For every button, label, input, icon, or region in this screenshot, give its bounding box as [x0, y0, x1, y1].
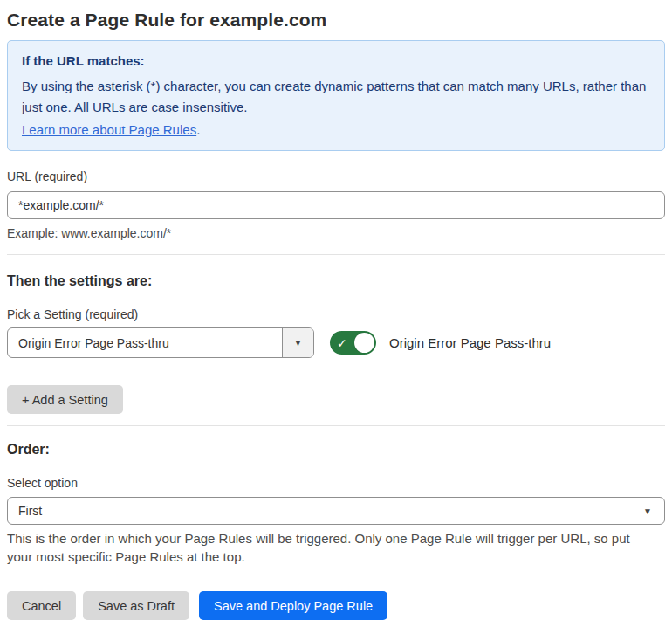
divider — [7, 254, 665, 255]
divider — [7, 575, 665, 575]
setting-toggle-label: Origin Error Page Pass-thru — [389, 335, 551, 350]
save-and-deploy-button[interactable]: Save and Deploy Page Rule — [199, 591, 387, 620]
settings-section-heading: Then the settings are: — [7, 272, 665, 289]
link-suffix: . — [196, 122, 200, 137]
info-box-body: By using the asterisk (*) character, you… — [22, 76, 650, 118]
page-title: Create a Page Rule for example.com — [7, 9, 665, 31]
select-option-label: Select option — [7, 476, 665, 491]
check-icon: ✓ — [337, 336, 347, 348]
order-select-value: First — [18, 504, 42, 518]
cancel-button[interactable]: Cancel — [7, 591, 76, 620]
url-match-info-box: If the URL matches: By using the asteris… — [7, 40, 665, 151]
url-example-helper: Example: www.example.com/* — [7, 224, 665, 243]
order-helper-text: This is the order in which your Page Rul… — [7, 529, 653, 566]
setting-toggle[interactable]: ✓ — [330, 331, 376, 355]
create-page-rule-form: Create a Page Rule for example.com If th… — [0, 0, 672, 620]
footer-actions: Cancel Save as Draft Save and Deploy Pag… — [7, 591, 665, 620]
chevron-down-icon: ▼ — [643, 506, 652, 516]
setting-dropdown-value: Origin Error Page Pass-thru — [8, 328, 282, 357]
save-as-draft-button[interactable]: Save as Draft — [83, 591, 189, 620]
pick-setting-label: Pick a Setting (required) — [7, 307, 665, 322]
url-label: URL (required) — [7, 169, 665, 184]
toggle-knob — [354, 333, 374, 353]
url-input[interactable] — [7, 191, 665, 219]
chevron-down-icon[interactable]: ▼ — [282, 328, 313, 357]
info-link-line: Learn more about Page Rules. — [22, 121, 650, 140]
setting-dropdown[interactable]: Origin Error Page Pass-thru ▼ — [7, 327, 314, 358]
divider — [7, 425, 665, 426]
order-section-heading: Order: — [7, 441, 665, 458]
order-select[interactable]: First ▼ — [7, 497, 665, 525]
setting-row: Origin Error Page Pass-thru ▼ ✓ Origin E… — [7, 327, 665, 358]
learn-more-link[interactable]: Learn more about Page Rules — [22, 122, 196, 137]
setting-toggle-group: ✓ Origin Error Page Pass-thru — [330, 331, 551, 355]
info-box-heading: If the URL matches: — [22, 52, 650, 69]
add-setting-button[interactable]: + Add a Setting — [7, 385, 123, 414]
